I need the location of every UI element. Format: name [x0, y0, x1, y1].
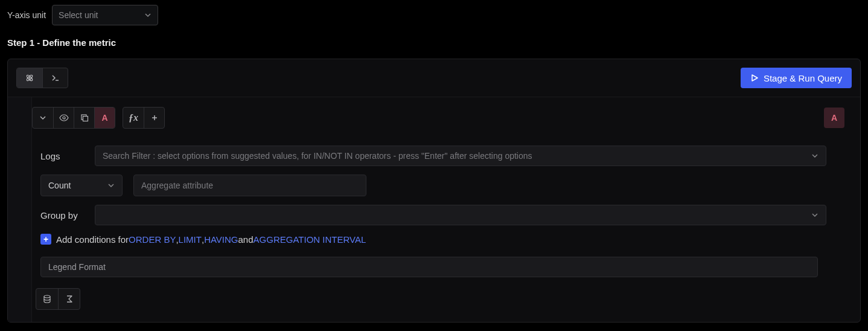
query-actions-strip: A — [32, 107, 115, 129]
add-conditions-row[interactable]: + Add conditions for ORDER BY , LIMIT , … — [32, 234, 852, 245]
svg-point-2 — [29, 77, 31, 79]
mode-toggle-group — [16, 68, 68, 88]
having-link[interactable]: HAVING — [204, 234, 238, 245]
eye-icon — [59, 113, 69, 123]
groupby-input-wrapper[interactable] — [95, 205, 826, 225]
visibility-button[interactable] — [53, 108, 74, 128]
stage-run-label: Stage & Run Query — [764, 73, 842, 83]
collapse-button[interactable] — [33, 108, 53, 128]
agginterval-link[interactable]: AGGREGATION INTERVAL — [254, 234, 366, 245]
add-formula-button[interactable] — [144, 108, 164, 128]
chevron-down-icon — [144, 11, 152, 19]
database-icon — [43, 295, 51, 303]
svg-point-9 — [44, 295, 50, 298]
groupby-label: Group by — [40, 210, 84, 220]
aggregate-attribute-input[interactable] — [141, 175, 359, 196]
aggregate-function-label: Count — [48, 181, 71, 190]
builder-mode-button[interactable] — [17, 68, 42, 88]
cond-prefix: Add conditions for — [56, 234, 129, 245]
query-badge-a[interactable]: A — [94, 108, 115, 128]
legend-input-wrapper[interactable] — [40, 257, 818, 277]
chevron-down-icon — [811, 152, 819, 159]
formula-strip: ƒx — [123, 107, 165, 129]
orderby-link[interactable]: ORDER BY — [129, 234, 176, 245]
play-icon — [750, 74, 759, 82]
filter-input[interactable] — [103, 151, 811, 161]
svg-rect-6 — [83, 117, 88, 121]
filter-input-wrapper[interactable] — [95, 146, 826, 166]
database-button[interactable] — [36, 289, 58, 309]
chevron-down-icon — [107, 182, 115, 189]
limit-link[interactable]: LIMIT — [179, 234, 202, 245]
yaxis-unit-label: Y-axis unit — [7, 10, 46, 20]
yaxis-unit-placeholder: Select unit — [59, 10, 98, 20]
atom-icon — [25, 73, 34, 83]
cond-and: and — [238, 234, 254, 245]
aggregate-function-select[interactable]: Count — [40, 175, 123, 196]
sigma-icon — [66, 295, 73, 303]
step-title: Step 1 - Define the metric — [0, 31, 868, 59]
bottom-actions-strip — [36, 288, 80, 310]
stage-run-button[interactable]: Stage & Run Query — [741, 68, 852, 88]
logs-label: Logs — [40, 151, 84, 161]
copy-button[interactable] — [74, 108, 94, 128]
groupby-input[interactable] — [103, 210, 811, 220]
chevron-down-icon — [39, 114, 46, 121]
left-rail — [8, 97, 32, 322]
terminal-icon — [51, 73, 60, 83]
legend-format-input[interactable] — [48, 257, 810, 277]
formula-button[interactable]: ƒx — [123, 108, 144, 128]
code-mode-button[interactable] — [42, 68, 68, 88]
copy-icon — [80, 114, 89, 122]
plus-icon — [151, 114, 158, 121]
chevron-down-icon — [811, 211, 819, 219]
aggregate-attribute-wrapper[interactable] — [133, 175, 366, 196]
query-badge-a-right: A — [824, 108, 844, 128]
query-panel: Stage & Run Query — [7, 59, 861, 323]
plus-square-icon: + — [40, 234, 51, 245]
svg-point-4 — [63, 117, 65, 119]
yaxis-unit-select[interactable]: Select unit — [52, 5, 158, 25]
sigma-button[interactable] — [58, 289, 80, 309]
